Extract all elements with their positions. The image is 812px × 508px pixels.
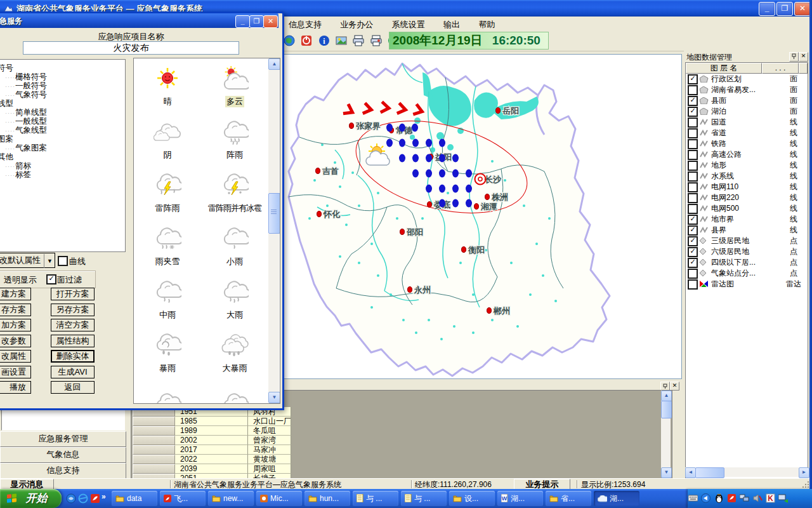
layer-checkbox[interactable]: ✓ — [688, 96, 698, 106]
layer-row[interactable]: ✓地市界线 — [686, 214, 808, 225]
print-icon[interactable] — [353, 35, 364, 46]
dialog-minimize-button[interactable]: _ — [235, 15, 250, 28]
tray-monitor-icon[interactable] — [778, 493, 788, 503]
menu-output[interactable]: 输出 — [443, 19, 460, 30]
layer-panel-hscrollbar[interactable]: ◄ ► — [685, 467, 808, 477]
tree-item[interactable]: ····栅格符号 — [0, 72, 125, 81]
quicklaunch-fetion-icon[interactable] — [90, 493, 100, 504]
layer-row[interactable]: ✓县界线 — [686, 225, 808, 236]
table-row[interactable]: 1985水口山一厂 — [133, 417, 292, 426]
layer-row[interactable]: 国道线 — [686, 117, 808, 128]
task-button[interactable]: 飞... — [160, 491, 206, 506]
layer-checkbox[interactable] — [688, 161, 698, 171]
layer-row[interactable]: 地形线 — [686, 160, 808, 171]
weather-item-sunny[interactable]: 晴 — [134, 66, 201, 119]
layer-row[interactable]: ✓六级居民地点 — [686, 246, 808, 257]
header-layer-name[interactable]: 图 层 名 — [686, 63, 762, 74]
layer-row[interactable]: 高速公路线 — [686, 149, 808, 160]
quicklaunch-media-icon[interactable] — [66, 493, 76, 504]
tree-item[interactable]: 符号 — [0, 64, 125, 72]
generate-avi-button[interactable]: 生成AVI — [51, 366, 95, 378]
weather-item-light-rain[interactable]: 小雨 — [201, 226, 268, 279]
dialog-close-button[interactable]: ✕ — [263, 15, 278, 28]
menu-system-settings[interactable]: 系统设置 — [392, 19, 425, 30]
panel-close-icon[interactable]: ✕ — [799, 52, 808, 62]
layer-row[interactable]: 湖南省易发...面 — [686, 84, 808, 95]
task-button-active[interactable]: 湖... — [594, 491, 639, 506]
tree-item[interactable]: ····气象符号 — [0, 90, 125, 99]
delete-entity-button[interactable]: 删除实体 — [51, 350, 95, 363]
task-button[interactable]: 与 ... — [401, 491, 447, 506]
layer-checkbox[interactable] — [688, 85, 698, 95]
weather-vscrollbar[interactable]: ▲ ▼ — [268, 58, 279, 402]
tray-mute-icon[interactable] — [753, 493, 763, 503]
start-button[interactable]: 开始 — [0, 489, 62, 508]
layer-checkbox[interactable]: ✓ — [688, 236, 698, 246]
weather-item-overcast[interactable]: 阴 — [134, 119, 201, 173]
layer-checkbox[interactable]: ✓ — [688, 258, 698, 268]
table-row[interactable]: 2002曾家湾 — [133, 436, 292, 445]
layer-checkbox[interactable] — [688, 279, 698, 290]
globe-icon[interactable] — [284, 35, 295, 46]
table-row[interactable]: 2039周家咀 — [133, 464, 292, 474]
layer-row[interactable]: ✓四级以下居...点 — [686, 257, 808, 268]
dock-vscrollbar[interactable]: ▲ ▼ — [661, 391, 671, 477]
weather-item-thunderstorm-hail[interactable]: 雷阵雨并有冰雹 — [201, 173, 268, 226]
sidebar-item-emergency-mgmt[interactable]: 应急服务管理 — [0, 431, 126, 447]
tree-item[interactable]: 线型 — [0, 99, 125, 108]
tree-item[interactable]: ····一般符号 — [0, 81, 125, 90]
layer-row[interactable]: ✓湖泊面 — [686, 106, 808, 117]
face-filter-checkbox[interactable]: ✓ — [46, 274, 56, 284]
task-button[interactable]: Mic... — [256, 491, 302, 506]
restore-button[interactable]: ❐ — [776, 2, 793, 16]
menu-help[interactable]: 帮助 — [478, 19, 495, 30]
tree-item[interactable]: 其他 — [0, 152, 125, 161]
layer-checkbox[interactable] — [688, 182, 698, 192]
weather-item-heavy-rain[interactable]: 大雨 — [201, 279, 268, 333]
default-attr-dropdown[interactable]: 改默认属性 ▼ — [0, 253, 55, 268]
layer-checkbox[interactable] — [688, 139, 698, 149]
layer-checkbox[interactable]: ✓ — [688, 107, 698, 117]
attr-structure-button[interactable]: 属性结构 — [51, 335, 95, 347]
layer-row[interactable]: 电网220线 — [686, 192, 808, 203]
return-button[interactable]: 返回 — [51, 381, 95, 394]
tray-kaspersky-icon[interactable]: K — [766, 493, 775, 503]
weather-item-shower[interactable]: 阵雨 — [201, 119, 268, 173]
anim-settings-button[interactable]: 画设置 — [0, 366, 31, 378]
weather-item-partial[interactable] — [134, 386, 201, 404]
weather-item-moderate-rain[interactable]: 中雨 — [134, 279, 201, 333]
layer-row[interactable]: ✓三级居民地点 — [686, 236, 808, 246]
layer-row[interactable]: 电网110线 — [686, 182, 808, 192]
header-extra[interactable] — [799, 63, 808, 74]
layer-checkbox[interactable]: ✓ — [688, 225, 698, 236]
tray-qq-icon[interactable] — [714, 493, 724, 503]
edit-params-button[interactable]: 改参数 — [0, 335, 31, 347]
task-button[interactable]: 设... — [449, 491, 495, 506]
layer-checkbox[interactable] — [688, 193, 698, 203]
pin-icon[interactable] — [789, 52, 799, 62]
layer-row[interactable]: 雷达图雷达 — [686, 279, 808, 290]
minimize-button[interactable]: _ — [759, 2, 775, 16]
layer-row[interactable]: 铁路线 — [686, 138, 808, 149]
dock-pin-icon[interactable] — [660, 382, 670, 391]
clear-plan-button[interactable]: 清空方案 — [51, 319, 95, 331]
layer-row[interactable]: ✓行政区划面 — [686, 74, 808, 84]
table-row[interactable]: 2017马家冲 — [133, 445, 292, 455]
quicklaunch-expand-icon[interactable]: » — [102, 492, 106, 501]
weather-item-heavy-rainstorm[interactable]: 大暴雨 — [201, 333, 268, 386]
layer-checkbox[interactable] — [688, 128, 698, 138]
layer-checkbox[interactable] — [688, 204, 698, 214]
tree-item[interactable]: 图案 — [0, 135, 125, 144]
map-canvas[interactable]: 张家界 岳阳 常德 吉首 益阳 长沙 娄底 株洲 湘潭 怀化 邵阳 衡阳 永州 … — [281, 54, 682, 379]
print-setup-icon[interactable] — [370, 35, 382, 46]
layer-row[interactable]: 电网500线 — [686, 203, 808, 214]
task-button[interactable]: hun... — [304, 491, 350, 506]
task-button[interactable]: 省... — [546, 491, 591, 506]
layer-checkbox[interactable]: ✓ — [688, 74, 698, 84]
edit-attr-button[interactable]: 改属性 — [0, 350, 31, 363]
layer-checkbox[interactable]: ✓ — [688, 215, 698, 225]
project-name-input[interactable]: 火灾发布 — [23, 41, 239, 55]
task-button[interactable]: W湖... — [497, 491, 543, 506]
layer-checkbox[interactable] — [688, 117, 698, 128]
task-button[interactable]: 与 ... — [353, 491, 398, 506]
